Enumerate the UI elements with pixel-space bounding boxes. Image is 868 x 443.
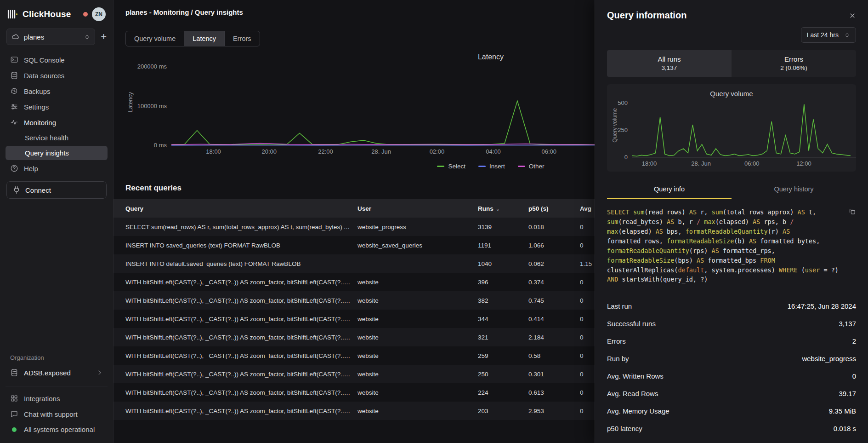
copy-icon[interactable] <box>848 207 856 215</box>
tab-query-info[interactable]: Query info <box>607 180 732 199</box>
sidebar-item-chat-with-support[interactable]: Chat with support <box>6 407 108 421</box>
sidebar-item-all-systems-operational[interactable]: All systems operational <box>6 422 108 437</box>
legend-swatch <box>518 166 525 167</box>
label: Insert <box>489 163 505 170</box>
label: Service health <box>25 134 68 142</box>
sidebar-item-sql-console[interactable]: SQL Console <box>6 52 108 67</box>
cell-query: WITH bitShiftLeft(CAST(?..), _CAST(?..))… <box>125 352 357 359</box>
spacer <box>6 199 108 354</box>
stat-tab-errors[interactable]: Errors2 (0.06%) <box>732 50 856 77</box>
tab-query-history[interactable]: Query history <box>732 180 856 199</box>
cell-query: WITH bitShiftLeft(CAST(?..), _CAST(?..))… <box>125 408 357 414</box>
cell-p50: 0.062 <box>528 260 580 267</box>
svg-text:100000 ms: 100000 ms <box>137 103 167 109</box>
label: All systems operational <box>24 426 95 433</box>
sidebar-footer: IntegrationsChat with supportAll systems… <box>6 386 108 437</box>
detail-value: 0 <box>852 372 856 380</box>
chevron-right-icon <box>96 369 103 376</box>
close-icon[interactable] <box>849 12 856 19</box>
chevron-updown-icon <box>84 34 90 40</box>
legend-item-select[interactable]: Select <box>437 163 465 170</box>
detail-value: 0.018 s <box>834 425 856 432</box>
breadcrumb-title: planes - Monitoring / Query insights <box>125 8 243 16</box>
svg-text:22:00: 22:00 <box>318 148 333 155</box>
sort-caret-icon: ⌄ <box>494 206 500 212</box>
legend-item-other[interactable]: Other <box>518 163 545 170</box>
stat-tab-all-runs[interactable]: All runs3,137 <box>607 50 732 77</box>
cell-runs: 1191 <box>478 242 528 249</box>
query-volume-chart-canvas[interactable]: 025050018:0028. Jun06:0012:00 <box>607 99 856 169</box>
detail-label: Last run <box>607 302 632 310</box>
detail-row-avg-written-rows: Avg. Written Rows0 <box>607 367 856 385</box>
column-header-query[interactable]: Query <box>125 205 357 212</box>
cell-p50: 2.953 <box>528 408 580 414</box>
cell-user: website <box>357 371 478 378</box>
detail-row-run-by: Run bywebsite_progress <box>607 350 856 367</box>
info-tabs: Query infoQuery history <box>607 180 856 199</box>
brand-name: ClickHouse <box>23 9 71 19</box>
sidebar-nav: SQL ConsoleData sourcesBackupsSettingsMo… <box>6 52 108 176</box>
svg-text:04:00: 04:00 <box>486 148 501 155</box>
detail-label: Successful runs <box>607 320 656 328</box>
database-icon <box>10 368 18 377</box>
detail-row-errors: Errors2 <box>607 332 856 350</box>
label: Help <box>24 165 38 173</box>
tab-query-volume[interactable]: Query volume <box>126 31 184 46</box>
svg-text:0: 0 <box>624 154 628 161</box>
detail-row-successful-runs: Successful runs3,137 <box>607 315 856 332</box>
legend-swatch <box>478 166 486 167</box>
sidebar-item-settings[interactable]: Settings <box>6 99 108 114</box>
clickhouse-logo-icon[interactable] <box>7 9 18 20</box>
detail-value: 3,137 <box>839 320 856 328</box>
notification-dot[interactable] <box>83 12 88 17</box>
sidebar-item-query-insights[interactable]: Query insights <box>6 146 108 160</box>
organization-name: ADSB.exposed <box>24 369 71 377</box>
detail-value: 16:47:25, Jun 28 2024 <box>788 302 856 310</box>
cell-runs: 321 <box>478 334 528 341</box>
app-root: ClickHouse ZN planes + SQL ConsoleData s… <box>0 0 868 443</box>
cell-query: INSERT INTO default.saved_queries (text)… <box>125 260 357 267</box>
cell-p50: 0.613 <box>528 389 580 396</box>
column-header-runs[interactable]: Runs⌄ <box>478 205 528 212</box>
terminal-icon <box>10 56 18 64</box>
detail-row-avg-memory-usage: Avg. Memory Usage9.35 MiB <box>607 402 856 420</box>
column-header-user[interactable]: User <box>357 205 478 212</box>
add-service-button[interactable]: + <box>101 32 107 42</box>
organization-selector[interactable]: ADSB.exposed <box>6 365 108 380</box>
sidebar-item-service-health[interactable]: Service health <box>6 131 108 145</box>
sidebar-item-data-sources[interactable]: Data sources <box>6 68 108 83</box>
query-volume-y-axis-label: Query volume <box>612 108 618 143</box>
sidebar-item-integrations[interactable]: Integrations <box>6 391 108 406</box>
detail-row-p50-latency: p50 latency0.018 s <box>607 420 856 437</box>
svg-text:0 ms: 0 ms <box>154 142 167 149</box>
column-header-p50-s[interactable]: p50 (s) <box>528 205 580 212</box>
svg-text:18:00: 18:00 <box>642 160 657 167</box>
help-icon <box>10 164 18 173</box>
sidebar-item-help[interactable]: Help <box>6 161 108 176</box>
sidebar-item-monitoring[interactable]: Monitoring <box>6 115 108 130</box>
cell-user: website <box>357 279 478 286</box>
grid-icon <box>10 394 18 403</box>
tab-latency[interactable]: Latency <box>184 31 225 46</box>
connect-button[interactable]: Connect <box>6 181 107 199</box>
cell-p50: 0.414 <box>528 316 580 322</box>
legend-item-insert[interactable]: Insert <box>478 163 505 170</box>
chevron-updown-icon <box>844 32 850 38</box>
tab-errors[interactable]: Errors <box>225 31 259 46</box>
service-selector[interactable]: planes <box>6 29 95 45</box>
sidebar: ClickHouse ZN planes + SQL ConsoleData s… <box>0 0 113 443</box>
view-tabs: Query volumeLatencyErrors <box>125 31 260 46</box>
sidebar-item-backups[interactable]: Backups <box>6 84 108 98</box>
sql-query-text: SELECT sum(read_rows) AS r, sum(total_ro… <box>607 208 839 283</box>
svg-text:250: 250 <box>618 127 628 133</box>
cell-query: SELECT sum(read_rows) AS r, sum(total_ro… <box>125 224 357 230</box>
cell-runs: 344 <box>478 316 528 322</box>
user-avatar[interactable]: ZN <box>92 7 106 21</box>
cell-user: website <box>357 352 478 359</box>
time-range-select[interactable]: Last 24 hrs <box>801 27 856 43</box>
svg-text:500: 500 <box>618 99 628 106</box>
stat-value: 3,137 <box>607 63 732 71</box>
stat-label: Errors <box>732 55 856 63</box>
cell-runs: 382 <box>478 297 528 304</box>
panel-title: Query information <box>607 10 686 21</box>
